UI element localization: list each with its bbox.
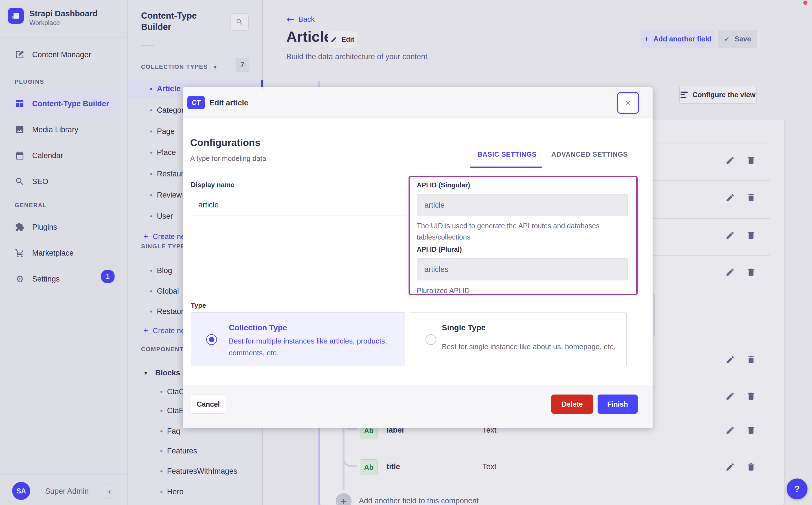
tab-basic-settings[interactable]: BASIC SETTINGS	[477, 151, 537, 158]
search-button[interactable]	[231, 13, 249, 31]
component-item-label: Faq	[167, 427, 180, 436]
pencil-icon[interactable]	[725, 391, 735, 401]
edit-article-modal: CT Edit article × Configurations A type …	[183, 88, 653, 428]
add-field-label: Add another field	[654, 35, 712, 43]
trash-icon[interactable]	[746, 268, 756, 277]
save-button[interactable]: ✓ Save	[718, 30, 757, 48]
configure-view-button[interactable]: Configure the view	[679, 86, 757, 104]
api-id-singular-input[interactable]	[417, 194, 628, 216]
single-types-label: SINGLE TYPES	[141, 243, 190, 249]
api-id-highlight-box: API ID (Singular) The UID is used to gen…	[409, 176, 637, 295]
strapi-logo	[8, 8, 24, 24]
pencil-icon[interactable]	[725, 156, 735, 165]
subnav-item-label: Page	[157, 127, 175, 136]
single-type-option[interactable]: Single Type Best for single instance lik…	[410, 312, 626, 366]
component-item-featureswithimages[interactable]: •FeaturesWithImages	[156, 462, 237, 480]
component-item-label: Hero	[167, 488, 184, 496]
component-item-faq[interactable]: •Faq	[156, 422, 180, 440]
modal-footer: Cancel Delete Finish	[183, 385, 653, 428]
close-modal-button[interactable]: ×	[619, 94, 637, 112]
delete-button[interactable]: Delete	[551, 394, 593, 414]
subnav-item-user[interactable]: •User	[145, 207, 173, 225]
bullet-icon: •	[145, 191, 157, 199]
sidebar-item-label: Media Library	[32, 125, 79, 134]
sidebar-item-calendar[interactable]: Calendar	[7, 145, 121, 166]
subnav-item-label: Review	[157, 191, 182, 199]
bullet-icon: •	[145, 212, 157, 221]
pencil-icon[interactable]	[725, 230, 735, 240]
display-name-input[interactable]	[191, 194, 405, 216]
settings-badge: 1	[101, 270, 115, 283]
trash-icon[interactable]	[746, 426, 756, 435]
back-link[interactable]: ← Back	[286, 13, 315, 25]
row-actions	[725, 230, 756, 240]
puzzle-icon	[15, 222, 25, 232]
subnav-item-place[interactable]: •Place	[145, 143, 176, 161]
page-subtitle: Build the data architecture of your cont…	[286, 52, 428, 61]
finish-button[interactable]: Finish	[598, 394, 637, 414]
trash-icon[interactable]	[746, 355, 756, 364]
avatar[interactable]: SA	[12, 482, 30, 500]
sidebar-item-media-library[interactable]: Media Library	[7, 120, 121, 140]
pencil-icon[interactable]	[725, 426, 735, 435]
add-another-field-button[interactable]: + Add another field	[641, 30, 714, 48]
brand-subtitle: Workplace	[29, 19, 60, 27]
api-id-plural-input[interactable]	[417, 259, 628, 281]
search-icon	[15, 176, 25, 187]
calendar-icon	[15, 151, 25, 161]
close-icon: ×	[625, 98, 631, 109]
bullet-icon: •	[156, 447, 167, 456]
sidebar-item-content-manager[interactable]: Content Manager	[7, 44, 121, 65]
tabs-divider	[190, 168, 630, 168]
bullet-icon: •	[145, 127, 157, 136]
save-label: Save	[735, 35, 751, 43]
component-item-hero[interactable]: •Hero	[156, 483, 184, 501]
component-item-label: FeaturesWithImages	[167, 467, 237, 476]
tab-advanced-settings[interactable]: ADVANCED SETTINGS	[551, 151, 628, 158]
modal-subheading: A type for modeling data	[190, 154, 266, 163]
trash-icon[interactable]	[746, 193, 756, 202]
trash-icon[interactable]	[746, 391, 756, 401]
title-underline	[141, 45, 154, 46]
sidebar-item-seo[interactable]: SEO	[7, 171, 121, 192]
field-name: title	[386, 463, 400, 471]
trash-icon[interactable]	[746, 230, 756, 240]
modal-header: CT Edit article ×	[183, 88, 653, 118]
edit-button[interactable]: Edit	[328, 31, 357, 48]
sidebar-item-plugins[interactable]: Plugins	[7, 217, 121, 237]
subnav-item-review[interactable]: •Review	[145, 186, 182, 204]
help-button[interactable]: ?	[787, 479, 807, 499]
add-field-circle-button[interactable]: +	[336, 493, 352, 505]
component-item-features[interactable]: •Features	[156, 442, 197, 460]
bullet-icon: •	[156, 467, 167, 476]
api-id-plural-hint: Pluralized API ID	[417, 285, 470, 296]
sidebar-item-content-type-builder[interactable]: Content-Type Builder	[7, 94, 121, 114]
plus-icon: +	[341, 496, 346, 505]
subnav-item-blog[interactable]: •Blog	[145, 262, 172, 280]
subnav-item-page[interactable]: •Page	[145, 122, 175, 140]
plus-icon: +	[644, 34, 649, 44]
page-title: Article	[286, 28, 332, 45]
collection-type-radio[interactable]	[206, 334, 217, 345]
collection-types-header[interactable]: COLLECTION TYPES ▾	[141, 63, 217, 70]
collection-type-option[interactable]: Collection Type Best for multiple instan…	[191, 312, 405, 366]
pencil-icon[interactable]	[725, 462, 735, 472]
trash-icon[interactable]	[746, 156, 756, 165]
tree-branch	[343, 454, 357, 467]
add-field-to-component-link[interactable]: Add another field to this component	[359, 497, 479, 505]
cancel-button[interactable]: Cancel	[190, 394, 226, 414]
subnav-item-label: Global	[157, 287, 179, 296]
single-type-radio[interactable]	[426, 334, 436, 345]
subnav-item-category[interactable]: •Category	[145, 101, 188, 119]
pencil-icon[interactable]	[725, 268, 735, 277]
subnav-item-global[interactable]: •Global	[145, 282, 179, 300]
sidebar-item-marketplace[interactable]: Marketplace	[7, 243, 121, 263]
collapse-sidebar-button[interactable]: ‹	[104, 484, 115, 499]
filter-icon	[681, 92, 688, 98]
trash-icon[interactable]	[746, 462, 756, 472]
pencil-icon[interactable]	[725, 193, 735, 202]
chevron-down-icon: ▾	[214, 64, 217, 70]
sidebar-item-label: Settings	[32, 275, 60, 284]
component-group-blocks[interactable]: ▾ Blocks	[144, 364, 180, 382]
pencil-icon[interactable]	[725, 355, 735, 364]
